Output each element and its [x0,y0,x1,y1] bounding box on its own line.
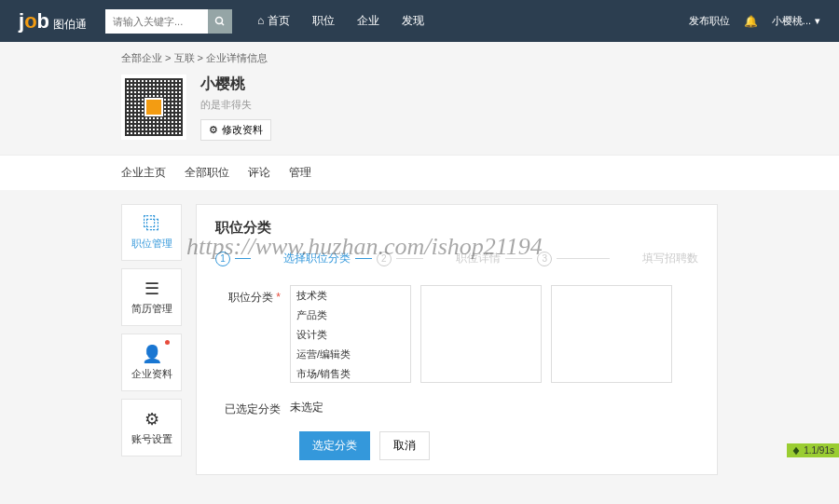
user-icon: 👤 [127,344,176,364]
top-navbar: job 图伯通 ⌂首页 职位 企业 发现 发布职位 🔔 小樱桃... ▾ [0,0,839,42]
step-3-num: 3 [537,252,552,266]
tab-home[interactable]: 企业主页 [121,156,166,190]
cat-option[interactable]: 市场/销售类 [291,364,410,383]
sidebar: ⿻ 职位管理 ☰ 简历管理 👤 企业资料 ⚙ 账号设置 [121,204,182,475]
search-button[interactable] [208,9,232,34]
content-panel: 职位分类 1 选择职位分类 2 职位详情 3 填写招聘数 职位分类 [196,204,718,475]
publish-link[interactable]: 发布职位 [689,14,730,28]
cat-option[interactable]: 产品类 [291,306,410,325]
step-1-label: 选择职位分类 [283,251,351,266]
company-name: 小樱桃 [200,75,271,94]
logo[interactable]: job 图伯通 [19,9,87,34]
nav-jobs[interactable]: 职位 [301,0,346,42]
company-sub: 的是非得失 [200,98,271,112]
crumb-cat[interactable]: 互联 [174,52,195,63]
tab-manage[interactable]: 管理 [289,156,311,190]
nav-home[interactable]: ⌂首页 [246,0,301,42]
svg-line-1 [222,22,225,25]
nav-discover[interactable]: 发现 [391,0,435,42]
sidebar-item-company[interactable]: 👤 企业资料 [121,334,182,391]
cancel-button[interactable]: 取消 [379,431,430,460]
profile-section: 小樱桃 的是非得失 ⚙ 修改资料 [0,70,839,155]
category-select-2[interactable] [420,285,542,383]
cat-option[interactable]: 设计类 [291,325,410,345]
search-icon [214,16,226,27]
nav-links: ⌂首页 职位 企业 发现 [246,0,435,42]
copy-icon: ⿻ [127,214,176,234]
crumb-all[interactable]: 全部企业 [121,52,162,63]
bell-icon[interactable]: 🔔 [744,15,758,28]
search-box [105,9,232,34]
breadcrumb: 全部企业 > 互联 > 企业详情信息 [0,42,839,70]
gear-icon: ⚙ [127,409,176,429]
step-1-num: 1 [215,252,230,266]
sidebar-item-resume[interactable]: ☰ 简历管理 [121,268,182,326]
leaf-icon [791,446,801,456]
search-input[interactable] [105,9,208,34]
user-menu[interactable]: 小樱桃... ▾ [772,14,820,28]
category-select-1[interactable]: 技术类 产品类 设计类 运营/编辑类 市场/销售类 人事类 [290,285,411,383]
chevron-down-icon: ▾ [815,15,820,27]
step-2-num: 2 [377,252,392,266]
cat-option[interactable]: 技术类 [291,286,410,306]
list-icon: ☰ [127,279,176,299]
gear-icon: ⚙ [209,124,218,136]
step-2-label: 职位详情 [456,251,501,266]
home-icon: ⌂ [257,0,264,42]
notification-dot [165,340,170,345]
cat-option[interactable]: 运营/编辑类 [291,345,410,364]
sidebar-item-account[interactable]: ⚙ 账号设置 [121,399,182,456]
qr-code [121,75,186,140]
category-label: 职位分类 * [215,285,290,383]
confirm-button[interactable]: 选定分类 [299,431,370,460]
crumb-current: 企业详情信息 [206,52,268,63]
category-select-3[interactable] [551,285,672,383]
sidebar-item-jobs[interactable]: ⿻ 职位管理 [121,204,182,261]
step-3-label: 填写招聘数 [642,251,698,266]
tab-comments[interactable]: 评论 [248,156,270,190]
selected-value: 未选定 [290,397,323,417]
company-tabs: 企业主页 全部职位 评论 管理 [0,155,839,190]
nav-company[interactable]: 企业 [346,0,391,42]
selected-label: 已选定分类 [215,397,290,417]
page-title: 职位分类 [215,219,698,237]
edit-profile-button[interactable]: ⚙ 修改资料 [200,119,271,141]
step-indicator: 1 选择职位分类 2 职位详情 3 填写招聘数 [215,251,698,266]
perf-badge: 1.1/91s [787,443,839,457]
tab-jobs[interactable]: 全部职位 [185,156,229,190]
svg-point-0 [216,17,223,23]
